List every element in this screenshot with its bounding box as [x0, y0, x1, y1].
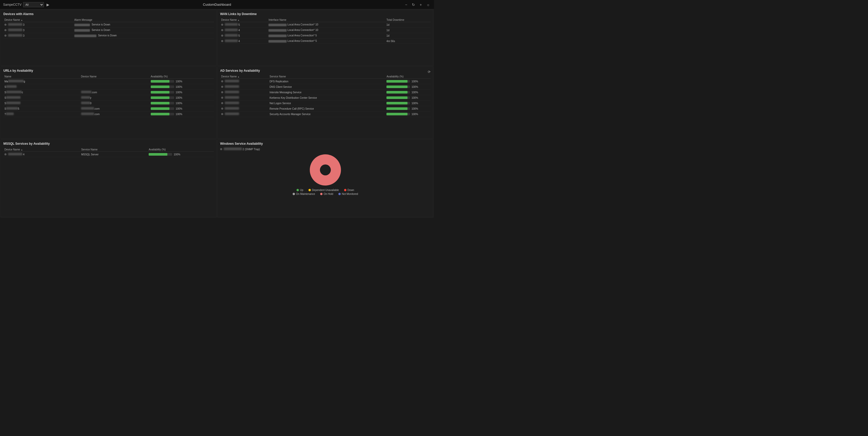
table-row: 3 Service is Down	[3, 33, 214, 38]
mssql-table: Device Name ▲ Service Name Availability …	[3, 148, 214, 157]
device-cell: 3	[3, 22, 73, 28]
table-row: 5 Local Area Connection* 10 1d	[220, 22, 431, 28]
legend-label: Down	[347, 189, 354, 191]
ad-device-redacted	[225, 80, 239, 82]
wan-device-redacted	[225, 34, 238, 37]
col-device-name: Device Name ▲	[3, 18, 73, 22]
table-row: Kerberos Key Distribution Center Service…	[220, 95, 431, 100]
ad-services-panel: AD Services by Availability ⟳ Device Nam…	[217, 66, 433, 139]
ad-avail-cell: 100%	[385, 95, 431, 100]
ad-table: Device Name ▲ Service Name Availability …	[220, 74, 431, 117]
ad-progress-fill	[386, 113, 407, 115]
urls-availability-title: URLs by Availability	[3, 69, 214, 72]
ad-device-dot	[221, 97, 223, 99]
ad-device-cell	[220, 100, 269, 106]
wan-device-dot	[221, 35, 223, 37]
ad-device-redacted	[225, 96, 239, 99]
legend-label: On Hold	[323, 192, 333, 195]
windows-device-suffix: 2 (SNMP Trap)	[243, 148, 260, 151]
ad-progress-fill	[386, 107, 407, 110]
ad-device-cell	[220, 95, 269, 100]
wan-downtime-cell: 1d	[385, 33, 431, 38]
col-mssql-device: Device Name ▲	[3, 148, 80, 152]
mssql-progress-wrap: 100%	[149, 153, 213, 156]
ad-refresh-icon[interactable]: ⟳	[428, 70, 431, 74]
mssql-device-cell: 4	[3, 152, 80, 157]
url-name-redacted	[6, 91, 22, 93]
legend-item: Not Monitored	[338, 192, 358, 195]
device-cell: 3	[3, 28, 73, 33]
play-button[interactable]: ▶	[45, 2, 51, 7]
ad-device-redacted	[225, 107, 239, 110]
ad-progress-bg	[386, 113, 410, 115]
ad-device-dot	[221, 107, 223, 110]
url-progress-wrap: 100%	[151, 102, 213, 105]
url-name-redacted	[8, 80, 24, 82]
table-row: 5 Local Area Connection* 5 1d	[220, 33, 431, 38]
windows-service-panel: Windows Service Availability 2 (SNMP Tra…	[217, 139, 433, 217]
ad-pct-label: 100%	[411, 86, 418, 88]
top-bar-left: SampeCCTV All ▶	[3, 2, 51, 7]
mssql-device-redacted	[8, 153, 22, 155]
devices-with-alarms-title: Devices with Alarms	[3, 12, 214, 16]
url-pct-label: 100%	[176, 80, 183, 83]
table-row: DNS Client Service 100%	[220, 84, 431, 90]
url-progress-fill	[151, 107, 169, 110]
iface-bar	[269, 35, 287, 37]
table-row: S 0 100%	[3, 100, 214, 106]
ad-device-cell	[220, 79, 269, 84]
url-progress-bg	[151, 86, 174, 88]
wan-device-cell: 5	[220, 33, 268, 38]
mssql-pct-label: 100%	[174, 153, 181, 156]
url-progress-fill	[151, 80, 169, 83]
top-bar-right: − ↻ + ☼	[404, 2, 431, 7]
wan-device-cell: 5	[220, 22, 268, 28]
url-name-cell: S	[3, 84, 80, 90]
ad-progress-bg	[386, 91, 410, 94]
settings-button[interactable]: ☼	[426, 2, 431, 7]
wan-device-dot	[221, 29, 223, 31]
url-progress-bg	[151, 91, 174, 94]
wan-device-redacted	[225, 23, 238, 26]
url-name-cell: S	[3, 95, 80, 100]
mssql-progress-bg	[149, 153, 172, 156]
ad-progress-bg	[386, 102, 410, 104]
ad-progress-wrap: 100%	[386, 96, 430, 99]
table-row: Intersite Messaging Service 100%	[220, 90, 431, 95]
url-progress-bg	[151, 102, 174, 104]
refresh-button[interactable]: ↻	[411, 2, 416, 7]
iface-text: Local Area Connection* 10	[287, 23, 318, 26]
url-progress-fill	[151, 96, 169, 99]
url-progress-wrap: 100%	[151, 80, 213, 83]
table-row: S 100%	[3, 84, 214, 90]
wan-links-panel: WAN Links by Downtime Device Name ▲ Inte…	[217, 10, 433, 66]
ad-progress-bg	[386, 96, 410, 99]
url-progress-fill	[151, 113, 169, 115]
ad-progress-wrap: 100%	[386, 113, 430, 116]
url-progress-bg	[151, 113, 174, 115]
ad-device-cell	[220, 106, 269, 112]
minimize-button[interactable]: −	[404, 2, 408, 7]
add-button[interactable]: +	[418, 2, 423, 7]
mssql-services-panel: MSSQL Services by Availability Device Na…	[1, 139, 217, 217]
col-ad-service: Service Name	[269, 74, 385, 79]
url-avail-cell: 100%	[150, 106, 214, 112]
url-name-cell: Mag	[3, 79, 80, 84]
filter-select[interactable]: All	[23, 2, 44, 7]
col-ad-avail: Availability (%)	[385, 74, 431, 79]
legend-label: Up	[300, 189, 303, 191]
alarm-msg: Service is Down	[98, 34, 117, 37]
url-progress-fill	[151, 91, 169, 94]
ad-device-dot	[221, 113, 223, 115]
url-device-cell: .com	[80, 90, 150, 95]
alarm-bar	[74, 35, 96, 37]
col-wan-device: Device Name ▲	[220, 18, 268, 22]
legend-dot	[292, 193, 295, 195]
table-row: S5 .com 100%	[3, 106, 214, 112]
table-row: 4 MSSQL Server 100%	[3, 152, 214, 157]
wan-device-redacted	[225, 39, 238, 42]
ad-device-dot	[221, 91, 223, 93]
ad-progress-wrap: 100%	[386, 91, 430, 94]
url-progress-bg	[151, 96, 174, 99]
wan-downtime-cell: 4m 56s	[385, 38, 431, 44]
